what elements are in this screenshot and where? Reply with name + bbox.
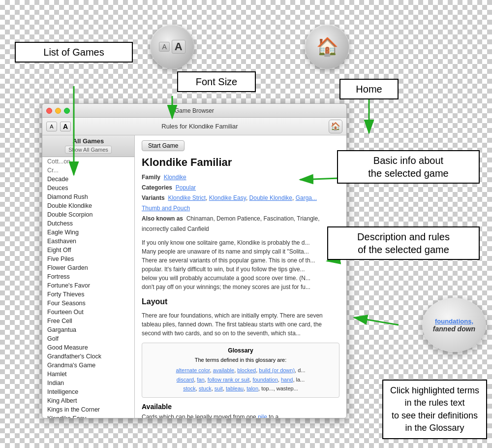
annotation-font-size: Font Size [177, 71, 256, 92]
annotation-glossary-note: Click highlighted termsin the rules text… [382, 380, 487, 439]
annotation-font-size-text: Font Size [196, 76, 237, 87]
annotation-basic-info-text: Basic info aboutthe selected game [368, 155, 448, 179]
annotation-home: Home [339, 79, 399, 99]
annotation-description: Description and rulesof the selected gam… [327, 226, 480, 260]
annotation-list-of-games-text: List of Games [43, 47, 104, 58]
annotation-home-text: Home [356, 84, 382, 95]
annotation-basic-info: Basic info aboutthe selected game [337, 150, 480, 184]
annotation-list-of-games: List of Games [15, 42, 133, 63]
annotation-glossary-text: Click highlighted termsin the rules text… [390, 385, 479, 433]
annotation-description-text: Description and rulesof the selected gam… [357, 231, 450, 255]
